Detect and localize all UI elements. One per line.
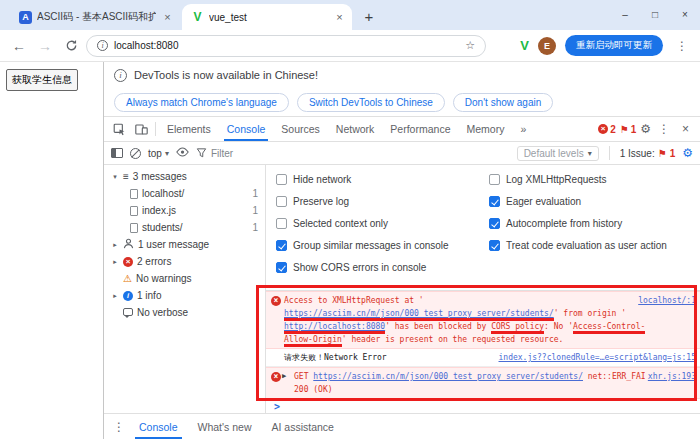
settings-gear-icon[interactable]: ⚙ [640, 122, 651, 136]
tab-close-icon[interactable]: × [161, 11, 174, 24]
setting-group-similar[interactable]: Group similar messages in console [276, 240, 489, 251]
tab-performance[interactable]: Performance [382, 117, 458, 141]
devtools-menu-icon[interactable]: ⋮ [655, 122, 673, 136]
tab-console[interactable]: Console [219, 117, 274, 141]
sidebar-item-verbose[interactable]: No verbose [104, 304, 265, 321]
request-url-link[interactable]: https://asciim.cn/m/json/000_test_proxy_… [284, 309, 554, 321]
expand-triangle-icon[interactable]: ▶ [282, 370, 286, 383]
expander-closed-icon[interactable]: ▸ [111, 258, 119, 266]
source-link[interactable]: localhost/:1 [635, 294, 696, 307]
inspect-element-icon[interactable] [108, 118, 130, 140]
setting-eager-evaluation[interactable]: Eager evaluation [489, 196, 667, 207]
error-icon [271, 296, 281, 306]
live-expression-eye-icon[interactable] [176, 147, 189, 159]
filter-field[interactable] [196, 148, 361, 159]
tab-memory[interactable]: Memory [458, 117, 512, 141]
checkbox-icon[interactable] [276, 218, 287, 229]
browser-tab-ascii[interactable]: A ASCII码 - 基本ASCII码和扩展A × [10, 4, 180, 30]
checkbox-icon[interactable] [489, 174, 500, 185]
setting-show-cors-errors[interactable]: Show CORS errors in console [276, 262, 489, 273]
checkbox-icon[interactable] [276, 174, 287, 185]
vue-extension-icon[interactable]: V [520, 38, 529, 53]
restart-to-update-button[interactable]: 重新启动即可更新 [565, 35, 663, 56]
issue-count-badge[interactable]: ⚑ 1 [620, 124, 637, 135]
filter-input[interactable] [211, 148, 361, 159]
source-link[interactable]: xhr.js:193 [645, 370, 696, 383]
sidebar-item-localhost[interactable]: localhost/ 1 [104, 185, 265, 202]
dont-show-again-button[interactable]: Don't show again [453, 93, 553, 112]
checkbox-icon[interactable] [276, 262, 287, 273]
issues-indicator[interactable]: 1 Issue: ⚑ 1 [620, 148, 676, 159]
switch-to-chinese-button[interactable]: Switch DevTools to Chinese [297, 93, 445, 112]
forward-button[interactable]: → [34, 35, 56, 57]
console-messages: localhost/:1 Access to XMLHttpRequest at… [266, 291, 700, 413]
expander-open-icon[interactable]: ▾ [111, 173, 119, 181]
new-tab-button[interactable]: + [358, 5, 380, 27]
tab-strip: A ASCII码 - 基本ASCII码和扩展A × V vue_test × +… [0, 0, 700, 30]
expander-closed-icon[interactable]: ▸ [111, 241, 119, 249]
console-error-network: ▶ xhr.js:193 GET https://asciim.cn/m/jso… [266, 367, 700, 399]
banner-message: DevTools is now available in Chinese! [134, 69, 318, 81]
bookmark-star-icon[interactable]: ☆ [465, 39, 475, 52]
browser-menu-icon[interactable]: ⋮ [672, 39, 692, 53]
drawer-tab-ai-assistance[interactable]: AI assistance [262, 414, 342, 439]
expander-closed-icon[interactable]: ▸ [111, 292, 119, 300]
setting-selected-context-only[interactable]: Selected context only [276, 218, 489, 229]
tab-sources[interactable]: Sources [273, 117, 328, 141]
match-language-button[interactable]: Always match Chrome's language [114, 93, 289, 112]
source-link[interactable]: index.js??clonedRule=…e=script&lang=js:1… [496, 351, 696, 364]
sidebar-item-user-messages[interactable]: ▸ 1 user message [104, 236, 265, 253]
setting-preserve-log[interactable]: Preserve log [276, 196, 489, 207]
user-icon [123, 238, 134, 251]
address-bar[interactable]: i localhost:8080 ☆ [86, 35, 486, 57]
drawer-tab-console[interactable]: Console [130, 414, 187, 439]
drawer-menu-icon[interactable]: ⋮ [110, 420, 128, 434]
error-count-badge[interactable]: 2 [598, 124, 616, 135]
sidebar-item-students[interactable]: students/ 1 [104, 219, 265, 236]
web-page: 获取学生信息 [0, 62, 103, 439]
clear-console-icon[interactable] [130, 148, 141, 159]
sidebar-item-errors[interactable]: ▸ 2 errors [104, 253, 265, 270]
checkbox-icon[interactable] [489, 240, 500, 251]
window-close-button[interactable]: × [670, 0, 700, 28]
setting-hide-network[interactable]: Hide network [276, 174, 489, 185]
checkbox-icon[interactable] [276, 196, 287, 207]
setting-treat-eval-user-action[interactable]: Treat code evaluation as user action [489, 240, 667, 251]
maximize-button[interactable]: □ [640, 0, 670, 28]
failed-request-url-link[interactable]: https://asciim.cn/m/json/000_test_proxy_… [313, 372, 583, 381]
sidebar-item-indexjs[interactable]: index.js 1 [104, 202, 265, 219]
tab-elements[interactable]: Elements [159, 117, 219, 141]
checkbox-icon[interactable] [489, 218, 500, 229]
more-tabs-icon[interactable]: » [512, 117, 534, 141]
checkbox-icon[interactable] [276, 240, 287, 251]
log-levels-select[interactable]: Default levels ▾ [517, 146, 599, 161]
drawer-tab-whats-new[interactable]: What's new [189, 414, 261, 439]
sidebar-item-messages[interactable]: ▾ ≡ 3 messages [104, 168, 265, 185]
browser-tab-vue-test[interactable]: V vue_test × [182, 4, 352, 30]
sidebar-item-info[interactable]: ▸ 1 info [104, 287, 265, 304]
minimize-button[interactable]: – [610, 0, 640, 28]
setting-log-xmlhttprequests[interactable]: Log XMLHttpRequests [489, 174, 667, 185]
tab-network[interactable]: Network [328, 117, 383, 141]
back-button[interactable]: ← [8, 35, 30, 57]
device-toolbar-icon[interactable] [130, 118, 152, 140]
tab-close-icon[interactable]: × [333, 11, 346, 24]
reload-button[interactable] [60, 35, 82, 57]
origin-url-link[interactable]: http://localhost:8080 [284, 322, 385, 334]
info-icon: i [114, 69, 127, 82]
checkbox-icon[interactable] [489, 196, 500, 207]
console-toolbar: top ▾ Default levels ▾ [104, 142, 700, 165]
error-icon [598, 124, 608, 134]
site-info-icon[interactable]: i [97, 40, 108, 51]
close-devtools-icon[interactable]: × [677, 122, 694, 136]
sidebar-item-warnings[interactable]: ⚠ No warnings [104, 270, 265, 287]
sidebar-toggle-icon[interactable] [111, 148, 123, 158]
console-settings-gear-icon[interactable]: ⚙ [682, 146, 693, 160]
console-sidebar: ▾ ≡ 3 messages localhost/ 1 index.js 1 [104, 165, 266, 413]
devtools-tab-bar: Elements Console Sources Network Perform… [104, 116, 700, 142]
console-prompt[interactable]: > [266, 399, 700, 413]
profile-avatar[interactable]: E [538, 37, 556, 55]
setting-autocomplete-history[interactable]: Autocomplete from history [489, 218, 667, 229]
context-selector[interactable]: top ▾ [148, 148, 169, 159]
fetch-students-button[interactable]: 获取学生信息 [6, 69, 78, 91]
